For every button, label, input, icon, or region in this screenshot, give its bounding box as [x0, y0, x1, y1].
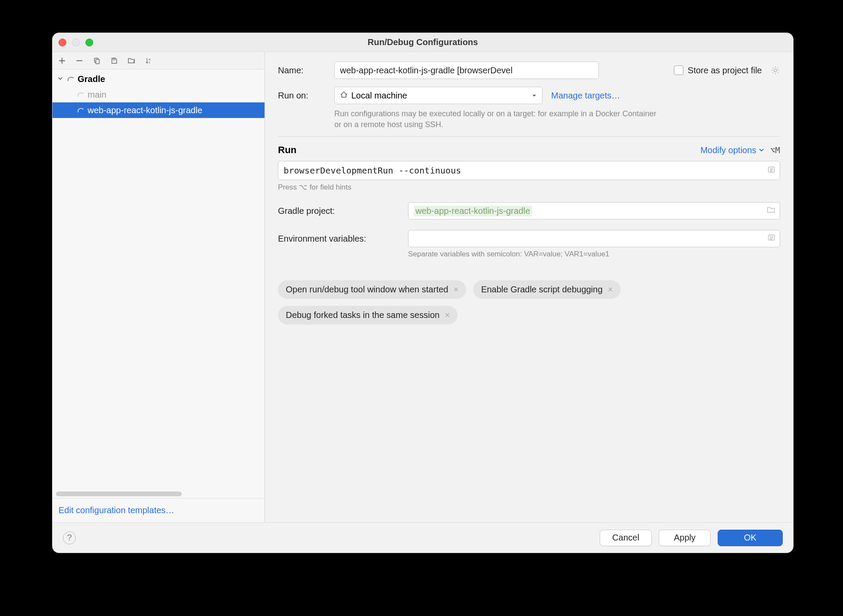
configurations-sidebar: az Gradle main	[52, 52, 265, 522]
expand-list-icon[interactable]	[768, 234, 775, 244]
folder-config-button[interactable]	[126, 56, 137, 66]
divider	[278, 136, 780, 137]
gradle-icon	[66, 75, 75, 83]
ok-button[interactable]: OK	[718, 530, 783, 546]
store-as-project-file-checkbox[interactable]: Store as project file	[674, 66, 762, 75]
env-vars-input[interactable]	[408, 230, 780, 247]
gradle-project-input[interactable]: web-app-react-kotlin-js-gradle	[408, 202, 780, 220]
minimize-window-button[interactable]	[72, 39, 80, 46]
titlebar: Run/Debug Configurations	[52, 33, 793, 52]
tasks-hint: Press ⌥ for field hints	[278, 183, 780, 192]
save-config-button[interactable]	[109, 56, 119, 66]
sidebar-scrollbar[interactable]	[56, 491, 182, 496]
svg-point-5	[774, 69, 777, 72]
sidebar-toolbar: az	[52, 52, 265, 69]
home-icon	[340, 91, 348, 101]
tree-item-label: main	[88, 90, 106, 100]
run-section-header: Run Modify options ⌥M	[278, 144, 780, 156]
config-tree: Gradle main web-app-react-kotlin-js-grad…	[52, 69, 265, 498]
svg-text:a: a	[149, 58, 150, 61]
dialog-title: Run/Debug Configurations	[52, 37, 793, 47]
remove-chip-icon[interactable]: ×	[454, 285, 459, 295]
remove-chip-icon[interactable]: ×	[608, 285, 613, 295]
run-debug-config-dialog: Run/Debug Configurations	[52, 33, 794, 553]
edit-templates-link[interactable]: Edit configuration templates…	[52, 498, 265, 522]
expand-list-icon[interactable]	[768, 165, 775, 176]
add-config-button[interactable]	[57, 56, 67, 66]
chip-debug-forked-tasks[interactable]: Debug forked tasks in the same session ×	[278, 306, 457, 324]
gradle-icon	[76, 106, 85, 115]
env-vars-hint: Separate variables with semicolon: VAR=v…	[408, 250, 780, 259]
tree-item-main[interactable]: main	[52, 87, 265, 102]
modify-options-shortcut: ⌥M	[770, 145, 780, 155]
gear-icon[interactable]	[771, 66, 780, 75]
dialog-buttons: Cancel Apply OK	[600, 530, 783, 546]
run-tasks-input[interactable]: browserDevelopmentRun --continuous	[278, 161, 780, 180]
cancel-button[interactable]: Cancel	[600, 530, 652, 546]
name-row: Name: web-app-react-kotlin-js-gradle [br…	[278, 62, 780, 79]
gradle-project-label: Gradle project:	[278, 206, 399, 216]
remove-chip-icon[interactable]: ×	[445, 310, 450, 320]
chip-enable-script-debug[interactable]: Enable Gradle script debugging ×	[473, 280, 621, 299]
apply-button[interactable]: Apply	[659, 530, 711, 546]
close-window-button[interactable]	[59, 39, 66, 46]
folder-icon[interactable]	[767, 206, 775, 216]
tree-node-gradle[interactable]: Gradle	[52, 71, 265, 87]
chevron-down-icon	[58, 76, 64, 82]
option-chips: Open run/debug tool window when started …	[278, 280, 780, 324]
run-on-label: Run on:	[278, 91, 326, 101]
sort-config-button[interactable]: az	[144, 56, 154, 66]
tree-item-label: web-app-react-kotlin-js-gradle	[88, 105, 203, 115]
remove-config-button[interactable]	[74, 56, 85, 66]
env-vars-label: Environment variables:	[278, 234, 399, 244]
chip-open-tool-window[interactable]: Open run/debug tool window when started …	[278, 280, 466, 299]
run-section-title: Run	[278, 144, 297, 156]
name-input[interactable]: web-app-react-kotlin-js-gradle [browserD…	[334, 62, 599, 79]
gradle-icon	[76, 90, 85, 99]
tree-item-webapp[interactable]: web-app-react-kotlin-js-gradle	[52, 102, 265, 118]
zoom-window-button[interactable]	[85, 39, 93, 46]
name-label: Name:	[278, 66, 326, 75]
run-on-row: Run on: Local machine Manage targets…	[278, 87, 780, 104]
copy-config-button[interactable]	[91, 56, 102, 66]
run-on-select[interactable]: Local machine	[334, 87, 542, 104]
checkbox-icon	[674, 66, 683, 75]
chevron-down-icon	[759, 147, 764, 153]
config-editor: Name: web-app-react-kotlin-js-gradle [br…	[265, 52, 793, 522]
dialog-body: az Gradle main	[52, 52, 793, 522]
env-vars-row: Environment variables:	[278, 230, 780, 247]
chevron-down-icon	[532, 91, 537, 101]
help-button[interactable]: ?	[63, 531, 76, 544]
tree-node-label: Gradle	[78, 74, 105, 84]
svg-rect-1	[96, 59, 99, 64]
dialog-footer: ? Cancel Apply OK	[52, 522, 793, 553]
window-controls	[59, 39, 93, 46]
run-on-help-text: Run configurations may be executed local…	[334, 108, 660, 130]
svg-text:z: z	[149, 61, 150, 64]
modify-options-link[interactable]: Modify options	[700, 145, 764, 155]
gradle-project-row: Gradle project: web-app-react-kotlin-js-…	[278, 202, 780, 220]
manage-targets-link[interactable]: Manage targets…	[551, 91, 620, 101]
